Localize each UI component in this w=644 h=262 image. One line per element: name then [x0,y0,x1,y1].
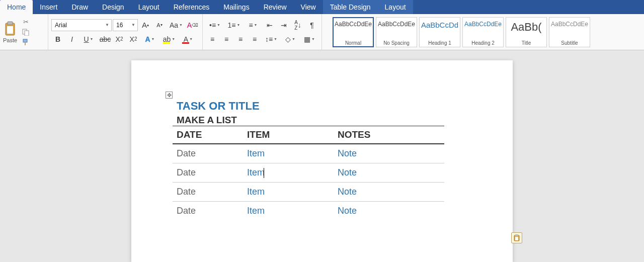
style-heading-2[interactable]: AaBbCcDdEeHeading 2 [462,17,504,47]
style-normal[interactable]: AaBbCcDdEeNormal [333,17,374,47]
justify-icon: ≡ [253,35,257,43]
style-no-spacing[interactable]: AaBbCcDdEeNo Spacing [376,17,417,47]
style-preview: AaBbCcDdEe [335,21,372,28]
cell-date[interactable]: Date [173,183,243,202]
clear-formatting-button[interactable]: A⌫ [186,19,199,31]
style-preview: AaBbCcDdEe [378,21,415,28]
cell-date[interactable]: Date [173,144,243,163]
bullets-button[interactable]: •≡▼ [206,19,224,31]
font-size-value: 16 [116,22,123,29]
pilcrow-icon: ¶ [310,21,314,29]
tab-table-design[interactable]: Table Design [323,0,378,14]
increase-indent-button[interactable]: ⇥ [277,19,290,31]
table-row[interactable]: DateItemNote [173,202,444,221]
tab-insert[interactable]: Insert [33,0,64,14]
style-preview: AaBbCcDdEe [551,21,588,28]
paste-button[interactable]: Paste [3,21,17,43]
style-name-label: Subtitle [561,40,578,46]
cell-item[interactable]: Item [243,202,334,221]
svg-rect-1 [8,22,13,25]
group-clipboard: Paste ✂ [0,14,48,50]
cell-note[interactable]: Note [334,144,444,163]
numbering-icon: 1≡ [228,21,236,29]
decrease-indent-button[interactable]: ⇤ [263,19,276,31]
align-center-button[interactable]: ≡ [220,33,233,45]
chevron-down-icon: ▼ [105,23,109,27]
font-color-button[interactable]: A▼ [179,33,197,45]
line-spacing-button[interactable]: ↕≡▼ [262,33,280,45]
strikethrough-button[interactable]: abc [99,33,112,45]
italic-button[interactable]: I [65,33,78,45]
group-styles: AaBbCcDdEeNormalAaBbCcDdEeNo SpacingAaBb… [322,14,644,50]
svg-rect-9 [515,237,518,240]
tab-design[interactable]: Design [95,0,131,14]
subscript-button[interactable]: X2 [113,33,126,45]
tab-view[interactable]: View [294,0,323,14]
ribbon: Paste ✂ Arial ▼ 16 ▼ A▴ [0,14,644,50]
font-name-combo[interactable]: Arial ▼ [51,19,112,31]
style-title[interactable]: AaBb(Title [506,17,547,47]
doc-title[interactable]: TASK OR TITLE [173,100,471,113]
sort-icon: AZ [294,20,298,31]
task-table[interactable]: DATE ITEM NOTES DateItemNoteDateItemNote… [173,126,444,220]
borders-button[interactable]: ▦▼ [300,33,318,45]
style-subtitle[interactable]: AaBbCcDdEeSubtitle [549,17,590,47]
tab-review[interactable]: Review [257,0,294,14]
cut-button[interactable]: ✂ [21,18,30,27]
style-preview: AaBb( [511,21,541,34]
table-row[interactable]: DateItemNote [173,144,444,163]
text-cursor [264,168,264,178]
cell-date[interactable]: Date [173,163,243,183]
tab-layout-context[interactable]: Layout [378,0,413,14]
col-notes-header[interactable]: NOTES [334,126,444,144]
cell-date[interactable]: Date [173,202,243,221]
text-effects-button[interactable]: A▼ [141,33,159,45]
tab-mailings[interactable]: Mailings [216,0,256,14]
cell-note[interactable]: Note [334,183,444,202]
style-preview: AaBbCcDd [421,21,458,29]
font-size-combo[interactable]: 16 ▼ [113,19,138,31]
align-right-button[interactable]: ≡ [234,33,247,45]
cell-note[interactable]: Note [334,202,444,221]
col-date-header[interactable]: DATE [173,126,243,144]
group-paragraph: •≡▼ 1≡▼ ≡▼ ⇤ ⇥ AZ↓ ¶ ≡ ≡ ≡ ≡ ↕≡▼ ◇▼ ▦▼ [203,14,322,50]
bold-button[interactable]: B [51,33,64,45]
table-row[interactable]: DateItemNote [173,183,444,202]
cell-note[interactable]: Note [334,163,444,183]
style-name-label: Normal [345,40,361,46]
style-name-label: No Spacing [383,40,410,46]
cell-item[interactable]: Item [243,183,334,202]
change-case-button[interactable]: Aa▼ [167,19,185,31]
cell-item[interactable]: Item [243,163,334,183]
shading-button[interactable]: ◇▼ [281,33,299,45]
align-right-icon: ≡ [238,35,243,43]
format-painter-button[interactable] [21,38,30,47]
page[interactable]: ✥ TASK OR TITLE MAKE A LIST DATE ITEM NO… [131,60,513,262]
borders-icon: ▦ [304,35,310,43]
shrink-font-button[interactable]: A▾ [153,19,166,31]
table-row[interactable]: DateItemNote [173,163,444,183]
tab-home[interactable]: Home [0,0,33,14]
bucket-icon: ◇ [285,35,291,43]
paste-options-button[interactable] [511,232,522,243]
col-item-header[interactable]: ITEM [243,126,334,144]
underline-button[interactable]: U▼ [79,33,98,45]
cell-item[interactable]: Item [243,144,334,163]
tab-references[interactable]: References [167,0,217,14]
tab-draw[interactable]: Draw [64,0,95,14]
table-move-handle[interactable]: ✥ [166,92,173,99]
doc-subtitle[interactable]: MAKE A LIST [173,115,471,126]
style-heading-1[interactable]: AaBbCcDdHeading 1 [419,17,460,47]
align-left-button[interactable]: ≡ [206,33,219,45]
justify-button[interactable]: ≡ [248,33,261,45]
copy-button[interactable] [21,28,30,37]
sort-button[interactable]: AZ↓ [291,19,304,31]
superscript-button[interactable]: X2 [127,33,140,45]
tab-layout[interactable]: Layout [131,0,167,14]
multilevel-list-button[interactable]: ≡▼ [244,19,262,31]
numbering-button[interactable]: 1≡▼ [225,19,243,31]
grow-font-button[interactable]: A▴ [139,19,152,31]
highlight-button[interactable]: ab▼ [160,33,178,45]
svg-rect-6 [25,42,26,45]
show-marks-button[interactable]: ¶ [305,19,318,31]
